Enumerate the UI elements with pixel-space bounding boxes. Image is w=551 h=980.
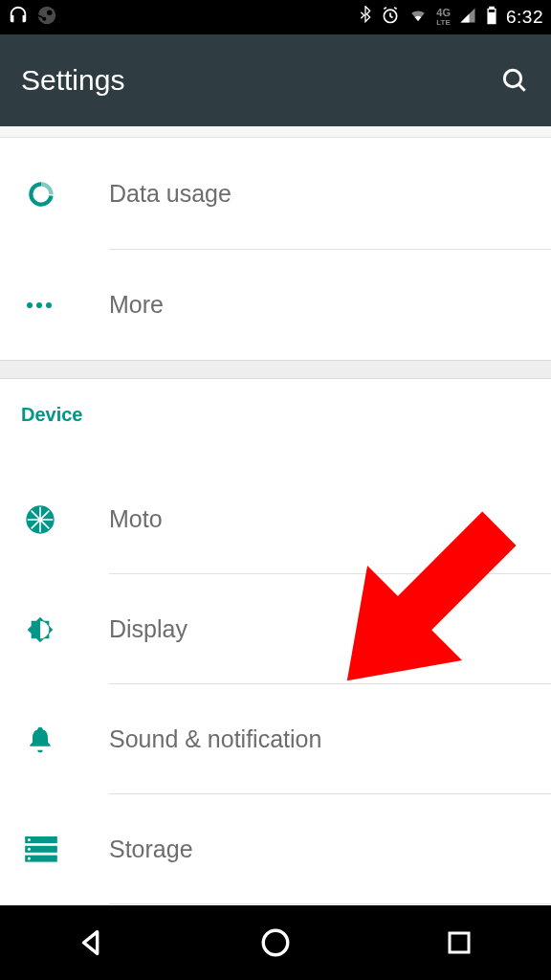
status-bar: 4GLTE 6:32 (0, 0, 551, 34)
svg-rect-20 (450, 933, 469, 952)
svg-point-14 (28, 837, 31, 840)
app-bar: Settings (0, 34, 551, 126)
steam-icon (36, 5, 57, 30)
section-separator (0, 360, 551, 379)
item-sound-notification[interactable]: Sound & notification (0, 684, 551, 794)
svg-point-19 (263, 930, 288, 955)
item-label: Display (109, 615, 187, 643)
nav-recents-button[interactable] (436, 920, 482, 966)
svg-point-9 (46, 302, 52, 308)
svg-point-16 (28, 857, 31, 859)
item-label: Moto (109, 505, 163, 533)
data-usage-icon (23, 178, 109, 211)
item-label: Data usage (109, 180, 231, 208)
svg-point-8 (36, 302, 42, 308)
section-header-device: Device (0, 379, 551, 464)
page-title: Settings (21, 64, 124, 97)
svg-point-1 (47, 11, 53, 16)
bluetooth-icon (358, 6, 373, 29)
svg-point-15 (28, 847, 31, 850)
alarm-icon (381, 6, 400, 29)
settings-list: Data usage More Device Moto Display Soun… (0, 126, 551, 904)
svg-rect-5 (489, 10, 495, 12)
wifi-icon (408, 7, 429, 28)
nav-home-button[interactable] (253, 920, 298, 966)
item-label: Sound & notification (109, 725, 321, 753)
svg-point-7 (27, 302, 33, 308)
moto-icon (23, 504, 109, 535)
network-type-label: 4GLTE (436, 9, 451, 27)
list-top-gap (0, 126, 551, 138)
battery-icon (485, 5, 498, 30)
navigation-bar (0, 905, 551, 980)
search-button[interactable] (499, 65, 530, 96)
nav-back-button[interactable] (69, 920, 115, 966)
bell-icon (23, 724, 109, 755)
more-icon (23, 301, 109, 310)
cell-signal-icon (458, 7, 477, 28)
svg-point-0 (38, 7, 55, 24)
item-label: More (109, 291, 164, 319)
item-moto[interactable]: Moto (0, 464, 551, 574)
clock-time: 6:32 (506, 7, 543, 28)
storage-icon (23, 836, 109, 863)
item-data-usage[interactable]: Data usage (0, 138, 551, 250)
item-display[interactable]: Display (0, 574, 551, 684)
item-more[interactable]: More (0, 250, 551, 360)
headphones-icon (8, 5, 29, 30)
display-icon (23, 614, 109, 645)
item-label: Storage (109, 835, 193, 863)
item-storage[interactable]: Storage (0, 794, 551, 904)
